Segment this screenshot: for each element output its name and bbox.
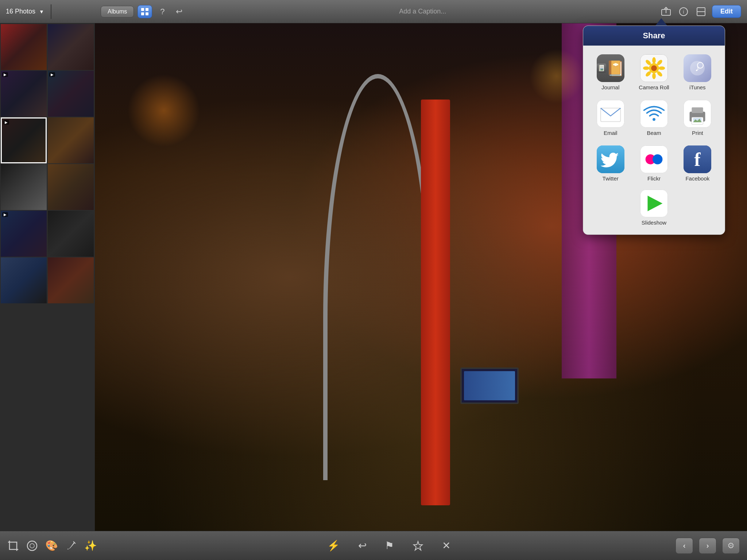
slideshow-label: Slideshow <box>642 219 666 226</box>
thumbnail-item[interactable] <box>48 117 94 163</box>
scene-pillar <box>421 100 450 506</box>
delete-tool-icon[interactable]: ✕ <box>442 540 450 552</box>
twitter-label: Twitter <box>603 175 619 182</box>
beam-icon <box>640 100 668 128</box>
brush-tool-icon[interactable] <box>65 540 77 552</box>
flickr-svg <box>640 145 667 173</box>
star-tool-icon[interactable] <box>412 540 424 552</box>
prev-photo-button[interactable]: ‹ <box>676 538 693 554</box>
svg-rect-3 <box>146 12 148 15</box>
undo-button[interactable]: ↩ <box>173 5 186 18</box>
thumbnail-item[interactable] <box>1 257 47 303</box>
toolbar-left: 16 Photos ▼ <box>6 4 101 19</box>
settings-button[interactable]: ⚙ <box>722 538 740 554</box>
thumbnail-item[interactable] <box>48 24 94 70</box>
caption-field[interactable]: Add a Caption... <box>186 8 659 15</box>
svg-rect-0 <box>141 8 144 11</box>
bottom-left-tools: 🎨 ✨ <box>7 540 102 552</box>
thumbnail-grid: ▶ ▶ ▶ ▶ <box>0 23 95 304</box>
crop-tool-icon[interactable] <box>7 540 19 552</box>
help-button[interactable]: ? <box>156 5 169 18</box>
twitter-icon <box>597 145 624 173</box>
thumbnail-item[interactable] <box>1 164 47 210</box>
scene-arch <box>323 74 433 480</box>
grid-icon <box>141 8 149 16</box>
itunes-icon: ♪ <box>684 54 711 82</box>
flickr-icon <box>640 145 668 173</box>
svg-text:i: i <box>683 9 684 15</box>
slideshow-svg <box>640 190 667 217</box>
scene-tv <box>460 368 519 404</box>
circle-tool-icon[interactable] <box>26 540 38 552</box>
journal-label: Journal <box>601 84 619 90</box>
slideshow-icon <box>640 190 668 217</box>
enhance-tool-icon[interactable]: ⚡ <box>327 540 340 552</box>
thumbnail-item[interactable] <box>48 211 94 257</box>
thumbnail-item[interactable]: ▶ <box>1 211 47 257</box>
svg-point-10 <box>30 544 34 548</box>
svg-point-38 <box>653 118 655 121</box>
svg-rect-2 <box>141 12 144 15</box>
edit-button[interactable]: Edit <box>712 5 741 18</box>
email-label: Email <box>604 130 618 136</box>
scene-light-1 <box>127 74 200 147</box>
share-flickr-button[interactable]: Flickr <box>634 143 674 184</box>
svg-point-23 <box>652 57 656 64</box>
popover-arrow <box>655 18 667 26</box>
share-camera-roll-button[interactable]: Camera Roll <box>634 51 674 93</box>
popover-title: Share <box>643 31 665 40</box>
share-grid-row3: Twitter Flickr <box>591 143 717 184</box>
share-button[interactable] <box>659 5 673 18</box>
share-twitter-button[interactable]: Twitter <box>591 143 630 184</box>
crop-icon <box>7 540 19 552</box>
rotate-tool-icon[interactable]: ↩ <box>358 540 367 552</box>
flickr-label: Flickr <box>647 175 661 182</box>
palette-tool-icon[interactable]: 🎨 <box>45 540 58 552</box>
magic-tool-icon[interactable]: ✨ <box>84 540 97 552</box>
svg-rect-41 <box>692 107 703 113</box>
svg-point-25 <box>643 66 650 70</box>
info-icon: i <box>679 7 688 16</box>
brush-icon <box>65 540 77 552</box>
photo-count-dropdown-icon[interactable]: ▼ <box>39 9 44 15</box>
svg-point-26 <box>659 66 665 70</box>
journal-svg <box>597 54 606 82</box>
print-icon <box>684 100 711 128</box>
share-grid-row4: Slideshow <box>591 187 717 229</box>
share-slideshow-button[interactable]: Slideshow <box>637 187 671 229</box>
share-itunes-button[interactable]: ♪ iTunes <box>678 51 717 93</box>
share-beam-button[interactable]: Beam <box>634 97 674 139</box>
share-print-button[interactable]: Print <box>678 97 717 139</box>
itunes-label: iTunes <box>689 84 705 90</box>
popover-content: Journal <box>583 46 725 234</box>
toolbar-nav-buttons: Albums ? ↩ <box>101 5 186 18</box>
share-email-button[interactable]: Email <box>591 97 630 139</box>
edit-mode-button[interactable] <box>694 5 708 18</box>
photo-sidebar: ▶ ▶ ▶ ▶ <box>0 23 95 531</box>
video-badge: ▶ <box>2 72 8 77</box>
svg-point-22 <box>651 65 657 71</box>
toolbar-right: i Edit <box>659 5 741 18</box>
video-badge: ▶ <box>2 212 8 217</box>
grid-view-button[interactable] <box>138 5 152 18</box>
info-button[interactable]: i <box>677 5 690 18</box>
svg-point-9 <box>27 541 37 551</box>
camera-roll-svg <box>640 54 667 82</box>
twitter-svg <box>597 145 624 173</box>
thumbnail-item[interactable]: ▶ <box>1 71 47 117</box>
print-svg <box>684 100 711 128</box>
video-badge: ▶ <box>3 120 9 125</box>
thumbnail-item[interactable] <box>1 24 47 70</box>
thumbnail-item-selected[interactable]: ▶ <box>1 117 47 163</box>
share-journal-button[interactable]: Journal <box>591 51 630 93</box>
thumbnail-item[interactable] <box>48 257 94 303</box>
flag-tool-icon[interactable]: ⚑ <box>385 540 394 552</box>
scene-tv-screen <box>464 371 515 400</box>
scene-light-2 <box>529 49 584 104</box>
share-facebook-button[interactable]: f Facebook <box>678 143 717 184</box>
albums-button[interactable]: Albums <box>101 6 134 18</box>
next-photo-button[interactable]: › <box>699 538 716 554</box>
facebook-svg: f <box>684 145 711 173</box>
thumbnail-item[interactable] <box>48 164 94 210</box>
thumbnail-item[interactable]: ▶ <box>48 71 94 117</box>
